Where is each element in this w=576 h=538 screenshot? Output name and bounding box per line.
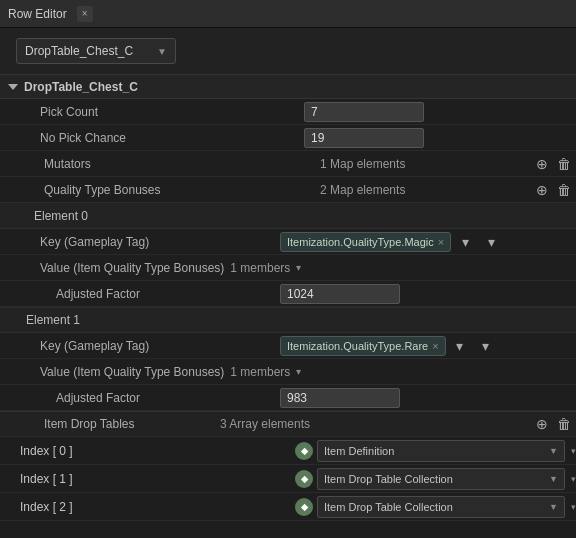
element-1-tag-chip: Itemization.QualityType.Rare × (280, 336, 446, 356)
element-1-adjusted-factor-row: Adjusted Factor (0, 385, 576, 411)
element-1-adjusted-factor-input[interactable] (280, 388, 400, 408)
pick-count-input[interactable] (304, 102, 424, 122)
no-pick-chance-row: No Pick Chance (0, 125, 576, 151)
index-1-label: Index [ 1 ] (20, 472, 73, 486)
pick-count-label: Pick Count (24, 105, 304, 119)
index-2-expand-dropdown-arrow-icon[interactable]: ▾ (571, 502, 576, 512)
item-drop-tables-add-button[interactable]: ⊕ (532, 414, 552, 434)
element-0-title: Element 0 (34, 209, 88, 223)
section-droptable-label: DropTable_Chest_C (24, 80, 138, 94)
close-button[interactable]: × (77, 6, 93, 22)
index-2-label: Index [ 2 ] (20, 500, 73, 514)
element-0-adjusted-factor-input[interactable] (280, 284, 400, 304)
index-0-type-dropdown[interactable]: Item Definition ▼ (317, 440, 565, 462)
pick-count-value-container (304, 102, 576, 122)
index-0-type-value: Item Definition (324, 445, 394, 457)
mutators-add-button[interactable]: ⊕ (532, 154, 552, 174)
quality-bonuses-add-button[interactable]: ⊕ (532, 180, 552, 200)
item-drop-tables-count: 3 Array elements (220, 417, 532, 431)
element-1-adjusted-factor-value-container (280, 388, 576, 408)
content-area: DropTable_Chest_C Pick Count No Pick Cha… (0, 75, 576, 538)
collapse-triangle-icon[interactable] (8, 84, 18, 90)
element-0-value-label: Value (Item Quality Type Bonuses) (40, 261, 224, 275)
element-0-key-value-container: Itemization.QualityType.Magic × ▾ ▾ (280, 232, 576, 252)
element-0-tag-row: Itemization.QualityType.Magic × ▾ ▾ (280, 232, 576, 252)
no-pick-chance-label: No Pick Chance (24, 131, 304, 145)
quality-bonuses-label: Quality Type Bonuses (40, 183, 320, 197)
element-0-key-dropdown-button[interactable]: ▾ (481, 232, 501, 252)
index-1-type-dropdown[interactable]: Item Drop Table Collection ▼ (317, 468, 565, 490)
element-0-value-row: Value (Item Quality Type Bonuses) 1 memb… (0, 255, 576, 281)
index-0-type-icon: ◆ (295, 442, 313, 460)
index-0-row: Index [ 0 ] ◆ Item Definition ▼ ▾ (0, 437, 576, 465)
index-0-label: Index [ 0 ] (20, 444, 73, 458)
quality-bonuses-delete-button[interactable]: 🗑 (554, 180, 574, 200)
item-drop-tables-row: Item Drop Tables 3 Array elements ⊕ 🗑 (0, 411, 576, 437)
mutators-count: 1 Map elements (320, 157, 532, 171)
index-1-type-value: Item Drop Table Collection (324, 473, 453, 485)
index-1-value-container: ◆ Item Drop Table Collection ▼ ▾ (295, 468, 576, 490)
dropdown-arrow-icon: ▼ (157, 46, 167, 57)
element-1-title: Element 1 (26, 313, 80, 327)
element-0-key-expand-button[interactable]: ▾ (455, 232, 475, 252)
element-0-members-count: 1 members (230, 261, 290, 275)
index-1-expand-dropdown-arrow-icon[interactable]: ▾ (571, 474, 576, 484)
element-1-key-expand-button[interactable]: ▾ (450, 336, 470, 356)
element-0-key-row: Key (Gameplay Tag) Itemization.QualityTy… (0, 229, 576, 255)
mutators-delete-button[interactable]: 🗑 (554, 154, 574, 174)
index-0-dropdown-arrow-icon: ▼ (549, 446, 558, 456)
title-text: Row Editor (8, 7, 67, 21)
element-1-value-row: Value (Item Quality Type Bonuses) 1 memb… (0, 359, 576, 385)
mutators-row: Mutators 1 Map elements ⊕ 🗑 (0, 151, 576, 177)
pick-count-row: Pick Count (0, 99, 576, 125)
quality-bonuses-count: 2 Map elements (320, 183, 532, 197)
quality-bonuses-row: Quality Type Bonuses 2 Map elements ⊕ 🗑 (0, 177, 576, 203)
index-2-dropdown-arrow-icon: ▼ (549, 502, 558, 512)
table-dropdown[interactable]: DropTable_Chest_C ▼ (16, 38, 176, 64)
index-2-type-value: Item Drop Table Collection (324, 501, 453, 513)
index-2-label-container: Index [ 2 ] (0, 500, 295, 514)
index-0-label-container: Index [ 0 ] (0, 444, 295, 458)
index-2-row: Index [ 2 ] ◆ Item Drop Table Collection… (0, 493, 576, 521)
index-1-label-container: Index [ 1 ] (0, 472, 295, 486)
index-0-value-container: ◆ Item Definition ▼ ▾ (295, 440, 576, 462)
element-0-tag-remove-button[interactable]: × (438, 236, 444, 248)
element-1-key-label: Key (Gameplay Tag) (36, 339, 280, 353)
element-0-key-label: Key (Gameplay Tag) (36, 235, 280, 249)
element-1-adjusted-factor-label: Adjusted Factor (52, 391, 280, 405)
no-pick-chance-value-container (304, 128, 576, 148)
index-2-value-container: ◆ Item Drop Table Collection ▼ ▾ (295, 496, 576, 518)
element-1-key-value-container: Itemization.QualityType.Rare × ▾ ▾ (280, 336, 576, 356)
element-0-adjusted-factor-label: Adjusted Factor (52, 287, 280, 301)
index-2-type-icon: ◆ (295, 498, 313, 516)
item-drop-tables-label: Item Drop Tables (40, 417, 220, 431)
no-pick-chance-input[interactable] (304, 128, 424, 148)
element-0-adjusted-factor-row: Adjusted Factor (0, 281, 576, 307)
index-1-dropdown-arrow-icon: ▼ (549, 474, 558, 484)
mutators-label: Mutators (40, 157, 320, 171)
element-1-key-dropdown-button[interactable]: ▾ (476, 336, 496, 356)
element-0-members-arrow-icon[interactable]: ▾ (296, 262, 301, 273)
element-1-members-arrow-icon[interactable]: ▾ (296, 366, 301, 377)
element-1-value-label: Value (Item Quality Type Bonuses) (40, 365, 224, 379)
item-drop-tables-delete-button[interactable]: 🗑 (554, 414, 574, 434)
element-0-tag-chip: Itemization.QualityType.Magic × (280, 232, 451, 252)
element-1-tag-text: Itemization.QualityType.Rare (287, 340, 428, 352)
index-0-expand-dropdown-arrow-icon[interactable]: ▾ (571, 446, 576, 456)
index-1-row: Index [ 1 ] ◆ Item Drop Table Collection… (0, 465, 576, 493)
section-droptable-header: DropTable_Chest_C (0, 75, 576, 99)
index-1-type-icon: ◆ (295, 470, 313, 488)
index-2-type-dropdown[interactable]: Item Drop Table Collection ▼ (317, 496, 565, 518)
element-1-header: Element 1 (0, 307, 576, 333)
element-0-adjusted-factor-value-container (280, 284, 576, 304)
element-1-tag-row: Itemization.QualityType.Rare × ▾ ▾ (280, 336, 576, 356)
element-0-tag-text: Itemization.QualityType.Magic (287, 236, 434, 248)
title-bar: Row Editor × (0, 0, 576, 28)
dropdown-selected-value: DropTable_Chest_C (25, 44, 133, 58)
element-1-members-count: 1 members (230, 365, 290, 379)
element-1-tag-remove-button[interactable]: × (432, 340, 438, 352)
element-0-header: Element 0 (0, 203, 576, 229)
element-1-key-row: Key (Gameplay Tag) Itemization.QualityTy… (0, 333, 576, 359)
